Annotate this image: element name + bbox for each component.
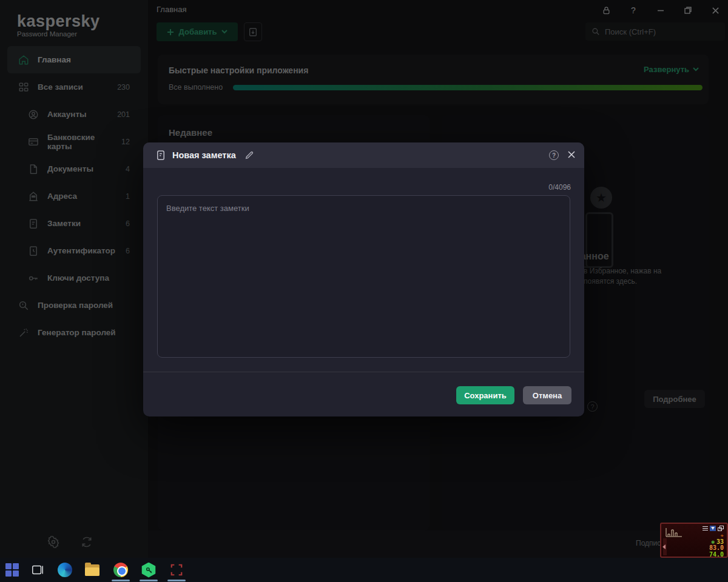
note-icon xyxy=(155,150,166,161)
kpm-taskbar-button[interactable] xyxy=(141,562,157,578)
chrome-icon xyxy=(113,563,128,577)
hw-menu-icon[interactable] xyxy=(703,526,708,531)
windows-logo-icon xyxy=(5,563,19,577)
note-text-input[interactable] xyxy=(157,195,570,358)
chrome-running-indicator xyxy=(112,580,130,581)
hw-value-2: 83.0 xyxy=(709,545,724,552)
hw-scroll-strip xyxy=(663,538,667,555)
hw-values: ✳ ✽33 83.0 74.0 xyxy=(709,532,724,558)
edge-taskbar-button[interactable] xyxy=(57,562,73,578)
hw-toolbar xyxy=(703,526,724,531)
capture-app-taskbar-button[interactable] xyxy=(169,562,184,578)
hw-monitor-overlay: ✳ ✽33 83.0 74.0 xyxy=(660,523,728,558)
task-view-button[interactable] xyxy=(30,562,46,578)
dialog-header: Новая заметка ? xyxy=(143,142,584,168)
hw-spinner-icon: ✳ xyxy=(721,532,724,539)
task-view-icon xyxy=(31,563,44,577)
save-button[interactable]: Сохранить xyxy=(456,386,514,404)
crop-frame-icon xyxy=(170,563,183,577)
hw-value-3: 74.0 xyxy=(709,552,724,558)
dialog-close-icon[interactable] xyxy=(567,150,576,159)
edit-title-icon[interactable] xyxy=(244,150,254,160)
kpm-running-indicator xyxy=(140,580,158,581)
kaspersky-key-icon xyxy=(141,563,157,578)
screen: kaspersky Password Manager Главная Все з… xyxy=(0,0,728,582)
dialog-title: Новая заметка xyxy=(172,150,236,160)
chrome-taskbar-button[interactable] xyxy=(113,562,129,578)
capture-running-indicator xyxy=(167,580,186,581)
explorer-taskbar-button[interactable] xyxy=(84,562,100,578)
start-button[interactable] xyxy=(4,562,20,578)
hw-windows-icon[interactable] xyxy=(718,526,724,531)
dialog-footer-divider xyxy=(143,372,584,372)
mini-graph-icon xyxy=(666,527,687,538)
char-counter: 0/4096 xyxy=(548,183,571,192)
taskbar: Ru k 21:54 10.12.2025 xyxy=(0,558,728,582)
new-note-dialog: Новая заметка ? 0/4096 Сохранить Отмена xyxy=(143,142,584,416)
edge-icon xyxy=(58,563,72,577)
hw-dropdown-icon[interactable] xyxy=(710,526,716,531)
hw-arrow-icon xyxy=(662,544,666,549)
cancel-button[interactable]: Отмена xyxy=(523,386,571,404)
folder-icon xyxy=(85,564,99,576)
dialog-help-icon[interactable]: ? xyxy=(549,150,559,160)
